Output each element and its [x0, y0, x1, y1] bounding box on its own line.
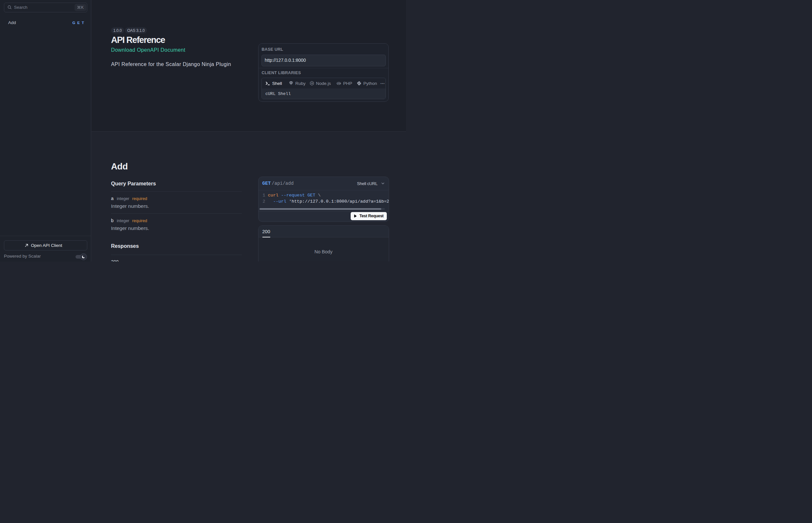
svg-text:php: php [337, 82, 341, 84]
svg-text:JS: JS [311, 82, 313, 84]
